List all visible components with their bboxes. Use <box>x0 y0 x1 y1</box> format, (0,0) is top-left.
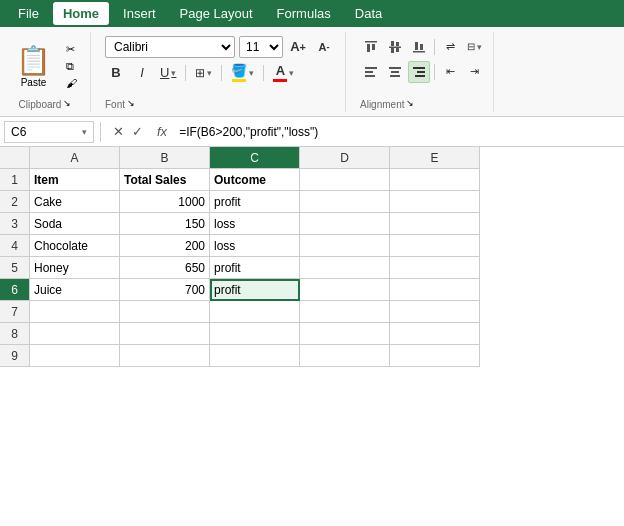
cell-d1[interactable] <box>300 169 390 191</box>
fill-color-button[interactable]: 🪣 ▾ <box>228 62 257 84</box>
menu-file[interactable]: File <box>8 2 49 25</box>
cell-reference-box[interactable]: C6 ▾ <box>4 121 94 143</box>
cell-e3[interactable] <box>390 213 480 235</box>
ribbon: 📋 Paste ✂ ⧉ 🖌 Clipboard ↘ Ca <box>0 27 624 117</box>
cell-c9[interactable] <box>210 345 300 367</box>
cell-d3[interactable] <box>300 213 390 235</box>
row-header-1[interactable]: 1 <box>0 169 30 191</box>
clipboard-expand-icon[interactable]: ↘ <box>63 98 71 108</box>
col-header-d[interactable]: D <box>300 147 390 169</box>
row-header-9[interactable]: 9 <box>0 345 30 367</box>
cell-c5[interactable]: profit <box>210 257 300 279</box>
cell-a5[interactable]: Honey <box>30 257 120 279</box>
cell-d9[interactable] <box>300 345 390 367</box>
cell-d7[interactable] <box>300 301 390 323</box>
menu-insert[interactable]: Insert <box>113 2 166 25</box>
row-header-7[interactable]: 7 <box>0 301 30 323</box>
cell-b1[interactable]: Total Sales <box>120 169 210 191</box>
decrease-indent-button[interactable]: ⇤ <box>439 61 461 83</box>
alignment-expand-icon[interactable]: ↘ <box>406 98 414 108</box>
row-header-4[interactable]: 4 <box>0 235 30 257</box>
menu-data[interactable]: Data <box>345 2 392 25</box>
col-header-c[interactable]: C <box>210 147 300 169</box>
cell-e6[interactable] <box>390 279 480 301</box>
copy-button[interactable]: ⧉ <box>63 59 80 74</box>
increase-indent-button[interactable]: ⇥ <box>463 61 485 83</box>
cell-b3[interactable]: 150 <box>120 213 210 235</box>
col-header-b[interactable]: B <box>120 147 210 169</box>
cell-a1[interactable]: Item <box>30 169 120 191</box>
cell-e4[interactable] <box>390 235 480 257</box>
cell-b5[interactable]: 650 <box>120 257 210 279</box>
cell-d6[interactable] <box>300 279 390 301</box>
formula-input[interactable] <box>175 121 620 143</box>
merge-center-button[interactable]: ⊟▾ <box>463 36 485 58</box>
cell-ref-dropdown-icon[interactable]: ▾ <box>82 127 87 137</box>
font-name-select[interactable]: Calibri Arial Times New Roman <box>105 36 235 58</box>
font-color-button[interactable]: A ▾ <box>270 62 297 84</box>
font-grow-button[interactable]: A+ <box>287 36 309 58</box>
align-center-button[interactable] <box>384 61 406 83</box>
cell-b7[interactable] <box>120 301 210 323</box>
cell-c6[interactable]: profit <box>210 279 300 301</box>
cut-button[interactable]: ✂ <box>63 42 80 57</box>
cell-c3[interactable]: loss <box>210 213 300 235</box>
cell-b4[interactable]: 200 <box>120 235 210 257</box>
cell-d2[interactable] <box>300 191 390 213</box>
align-top-button[interactable] <box>360 36 382 58</box>
row-header-5[interactable]: 5 <box>0 257 30 279</box>
cell-e9[interactable] <box>390 345 480 367</box>
bold-button[interactable]: B <box>105 62 127 84</box>
row-header-8[interactable]: 8 <box>0 323 30 345</box>
font-size-select[interactable]: 11 8910 121416 <box>239 36 283 58</box>
col-header-e[interactable]: E <box>390 147 480 169</box>
row-header-2[interactable]: 2 <box>0 191 30 213</box>
cell-d4[interactable] <box>300 235 390 257</box>
cell-e7[interactable] <box>390 301 480 323</box>
align-left-button[interactable] <box>360 61 382 83</box>
cell-e5[interactable] <box>390 257 480 279</box>
align-middle-button[interactable] <box>384 36 406 58</box>
align-bottom-button[interactable] <box>408 36 430 58</box>
corner-cell[interactable] <box>0 147 30 169</box>
cell-e8[interactable] <box>390 323 480 345</box>
cell-a2[interactable]: Cake <box>30 191 120 213</box>
cell-b2[interactable]: 1000 <box>120 191 210 213</box>
font-expand-icon[interactable]: ↘ <box>127 98 135 108</box>
menu-page-layout[interactable]: Page Layout <box>170 2 263 25</box>
cell-a7[interactable] <box>30 301 120 323</box>
border-button[interactable]: ⊞▾ <box>192 62 215 84</box>
cell-c8[interactable] <box>210 323 300 345</box>
col-header-a[interactable]: A <box>30 147 120 169</box>
cell-b6[interactable]: 700 <box>120 279 210 301</box>
underline-button[interactable]: U▾ <box>157 62 179 84</box>
cell-c2[interactable]: profit <box>210 191 300 213</box>
cell-d5[interactable] <box>300 257 390 279</box>
table-row: Chocolate 200 loss <box>30 235 480 257</box>
align-right-button[interactable] <box>408 61 430 83</box>
cell-a9[interactable] <box>30 345 120 367</box>
menu-home[interactable]: Home <box>53 2 109 25</box>
cell-c4[interactable]: loss <box>210 235 300 257</box>
cancel-formula-icon[interactable]: ✕ <box>111 122 126 141</box>
confirm-formula-icon[interactable]: ✓ <box>130 122 145 141</box>
row-header-6[interactable]: 6 <box>0 279 30 301</box>
wrap-text-button[interactable]: ⇌ <box>439 36 461 58</box>
cell-a4[interactable]: Chocolate <box>30 235 120 257</box>
cell-c1[interactable]: Outcome <box>210 169 300 191</box>
font-shrink-button[interactable]: A- <box>313 36 335 58</box>
cell-d8[interactable] <box>300 323 390 345</box>
cell-b8[interactable] <box>120 323 210 345</box>
format-painter-button[interactable]: 🖌 <box>63 76 80 90</box>
cell-c7[interactable] <box>210 301 300 323</box>
menu-formulas[interactable]: Formulas <box>267 2 341 25</box>
row-header-3[interactable]: 3 <box>0 213 30 235</box>
cell-a3[interactable]: Soda <box>30 213 120 235</box>
cell-a6[interactable]: Juice <box>30 279 120 301</box>
cell-e1[interactable] <box>390 169 480 191</box>
cell-b9[interactable] <box>120 345 210 367</box>
italic-button[interactable]: I <box>131 62 153 84</box>
paste-button[interactable]: 📋 Paste <box>10 42 57 90</box>
cell-a8[interactable] <box>30 323 120 345</box>
cell-e2[interactable] <box>390 191 480 213</box>
